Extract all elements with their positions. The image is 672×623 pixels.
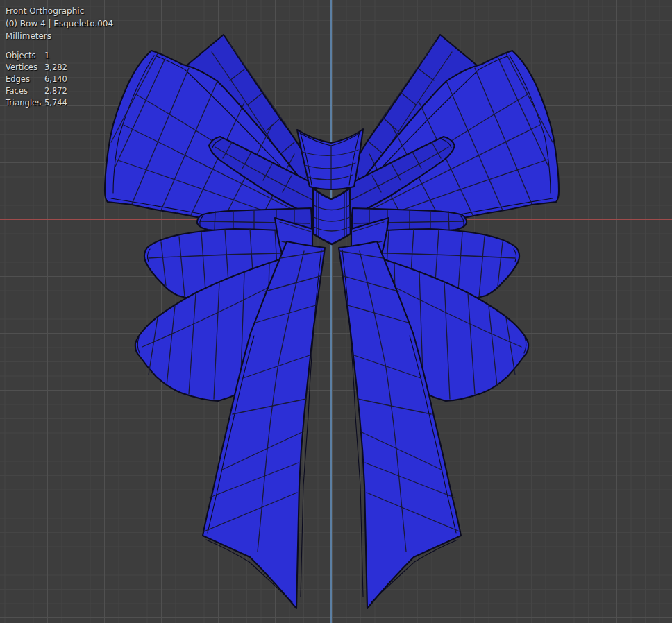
active-object-label: (0) Bow 4 | Esqueleto.004: [6, 17, 113, 30]
viewport-overlay-text: Front Orthographic (0) Bow 4 | Esqueleto…: [6, 5, 113, 109]
scene-statistics: Objects 1 Vertices 3,282 Edges 6,140 Fac…: [6, 50, 113, 109]
stat-label: Edges: [6, 74, 44, 85]
stat-row-edges: Edges 6,140: [6, 74, 113, 85]
stat-label: Triangles: [6, 97, 44, 109]
stat-value: 3,282: [44, 62, 67, 74]
view-label: Front Orthographic: [6, 5, 113, 17]
stat-row-vertices: Vertices 3,282: [6, 62, 113, 74]
stat-label: Objects: [6, 50, 44, 62]
units-label: Millimeters: [6, 30, 113, 42]
bow-right-half: [339, 35, 559, 608]
stat-row-faces: Faces 2,872: [6, 85, 113, 97]
stat-row-triangles: Triangles 5,744: [6, 97, 113, 109]
stat-value: 2,872: [44, 85, 67, 97]
stat-label: Faces: [6, 85, 44, 97]
bow-left-half: [105, 35, 325, 608]
stat-label: Vertices: [6, 62, 44, 74]
stat-value: 1: [44, 50, 49, 62]
stat-row-objects: Objects 1: [6, 50, 113, 62]
stat-value: 6,140: [44, 74, 67, 85]
3d-viewport[interactable]: Front Orthographic (0) Bow 4 | Esqueleto…: [0, 0, 672, 623]
stat-value: 5,744: [44, 97, 67, 109]
